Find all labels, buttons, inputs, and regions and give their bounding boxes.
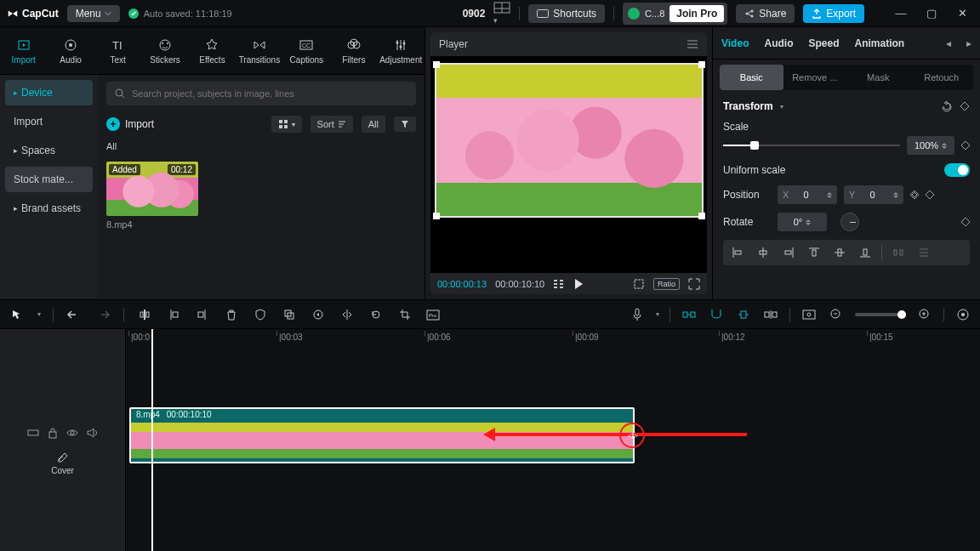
- align-hcenter-icon[interactable]: [752, 243, 774, 262]
- window-minimize[interactable]: —: [890, 7, 912, 20]
- layout-icon[interactable]: ▾: [493, 2, 510, 26]
- sidebar-item-device[interactable]: ▸Device: [5, 80, 93, 105]
- position-y-input[interactable]: Y 0: [844, 185, 903, 204]
- link-clips-icon[interactable]: [762, 306, 779, 323]
- trim-right-icon[interactable]: [194, 306, 211, 323]
- fit-icon[interactable]: [954, 306, 971, 323]
- eye-icon[interactable]: [66, 429, 78, 437]
- sort-button[interactable]: Sort: [311, 116, 353, 133]
- redo-icon[interactable]: [94, 306, 111, 323]
- position-x-input[interactable]: X 0: [778, 185, 837, 204]
- shortcuts-button[interactable]: Shortcuts: [528, 4, 605, 23]
- list-icon[interactable]: [553, 279, 565, 289]
- rotate-dial[interactable]: [840, 213, 859, 231]
- keyframe-icon[interactable]: [960, 101, 970, 111]
- tab-text[interactable]: TIText: [94, 27, 141, 74]
- keyframe-icon[interactable]: [961, 141, 970, 150]
- speaker-icon[interactable]: [87, 428, 99, 438]
- inspector-tab-speed[interactable]: Speed: [808, 37, 839, 49]
- mirror-icon[interactable]: [339, 306, 356, 323]
- distribute-v-icon[interactable]: [913, 243, 935, 262]
- align-top-icon[interactable]: [803, 243, 825, 262]
- snap-icon[interactable]: [735, 306, 752, 323]
- scale-slider[interactable]: [723, 139, 900, 152]
- menu-button[interactable]: Menu: [67, 5, 120, 22]
- user-chip[interactable]: C...8 Join Pro: [623, 3, 727, 25]
- video-preview[interactable]: [435, 63, 704, 218]
- lock-icon[interactable]: [48, 427, 58, 439]
- chevron-left-icon[interactable]: ◂: [946, 37, 951, 49]
- tab-captions[interactable]: CCCaptions: [283, 27, 330, 74]
- mic-icon[interactable]: [629, 306, 646, 323]
- copy-icon[interactable]: [281, 306, 298, 323]
- inspector-tab-video[interactable]: Video: [721, 37, 749, 49]
- tab-transitions[interactable]: Transitions: [236, 27, 282, 74]
- import-button[interactable]: + Import: [106, 117, 154, 131]
- crop-icon[interactable]: [396, 306, 413, 323]
- play-button[interactable]: [573, 278, 584, 290]
- keyframe-icon[interactable]: [961, 218, 970, 226]
- sidebar-item-import[interactable]: Import: [5, 109, 93, 134]
- select-tool-icon[interactable]: [9, 306, 26, 323]
- zoom-in-icon[interactable]: [916, 306, 933, 323]
- tab-audio[interactable]: Audio: [47, 27, 94, 74]
- tab-filters[interactable]: Filters: [330, 27, 377, 74]
- trim-left-icon[interactable]: [165, 306, 182, 323]
- sidebar-item-brand-assets[interactable]: ▸Brand assets: [5, 196, 93, 221]
- magnet-icon[interactable]: [708, 306, 725, 323]
- search-input[interactable]: [106, 82, 416, 105]
- reverse-icon[interactable]: [310, 306, 327, 323]
- split-icon[interactable]: [136, 306, 153, 323]
- inspector-subtab-mask[interactable]: Mask: [846, 65, 910, 90]
- playhead[interactable]: [151, 329, 153, 551]
- all-button[interactable]: All: [362, 116, 385, 133]
- undo-icon[interactable]: [66, 306, 83, 323]
- sidebar-item-stock-mate-[interactable]: Stock mate...: [5, 167, 93, 192]
- delete-icon[interactable]: [223, 306, 240, 323]
- ratio-button[interactable]: Ratio: [653, 278, 680, 290]
- share-button[interactable]: Share: [736, 4, 795, 23]
- tab-import[interactable]: Import: [0, 27, 47, 74]
- scale-value[interactable]: 100%: [907, 136, 954, 155]
- inspector-tab-audio[interactable]: Audio: [764, 37, 793, 49]
- filter-button[interactable]: [394, 116, 416, 132]
- rotate-icon[interactable]: [368, 306, 385, 323]
- link-icon[interactable]: [910, 190, 919, 199]
- reset-icon[interactable]: [941, 100, 953, 112]
- tab-stickers[interactable]: Stickers: [141, 27, 188, 74]
- tab-adjustment[interactable]: Adjustment: [378, 27, 424, 74]
- window-close[interactable]: ✕: [951, 7, 973, 20]
- keyframe-icon[interactable]: [926, 190, 934, 199]
- align-vcenter-icon[interactable]: [829, 243, 851, 262]
- view-grid-button[interactable]: ▾: [271, 116, 302, 133]
- magnet-in-icon[interactable]: [681, 306, 698, 323]
- inspector-subtab-retouch[interactable]: Retouch: [910, 65, 974, 90]
- zoom-slider[interactable]: [855, 313, 906, 316]
- inspector-subtab-remove-[interactable]: Remove ...: [783, 65, 847, 90]
- svg-line-30: [122, 95, 124, 98]
- align-bottom-icon[interactable]: [854, 243, 876, 262]
- align-left-icon[interactable]: [726, 243, 749, 262]
- export-button[interactable]: Export: [803, 4, 864, 23]
- uniform-scale-toggle[interactable]: [944, 163, 970, 177]
- shield-icon[interactable]: [252, 306, 269, 323]
- rotate-value[interactable]: 0°: [778, 213, 827, 231]
- fullscreen-icon[interactable]: [688, 278, 700, 290]
- inspector-tab-animation[interactable]: Animation: [854, 37, 904, 49]
- align-right-icon[interactable]: [778, 243, 800, 262]
- zoom-out-icon[interactable]: [828, 306, 845, 323]
- player-menu-icon[interactable]: [687, 39, 698, 49]
- sidebar-item-spaces[interactable]: ▸Spaces: [5, 138, 93, 163]
- distribute-h-icon[interactable]: [887, 243, 909, 262]
- window-maximize[interactable]: ▢: [920, 7, 943, 20]
- tab-effects[interactable]: Effects: [189, 27, 236, 74]
- join-pro-button[interactable]: Join Pro: [669, 5, 724, 22]
- track-toggle-icon[interactable]: [27, 428, 39, 438]
- inspector-subtab-basic[interactable]: Basic: [720, 65, 783, 90]
- cover-button[interactable]: Cover: [7, 451, 118, 475]
- scale-icon[interactable]: [633, 278, 645, 290]
- smart-tool-icon[interactable]: Pro: [425, 306, 442, 323]
- preview-mode-icon[interactable]: [801, 306, 818, 323]
- media-clip[interactable]: Added 00:12 8.mp4: [106, 162, 198, 230]
- chevron-right-icon[interactable]: ▸: [966, 37, 971, 49]
